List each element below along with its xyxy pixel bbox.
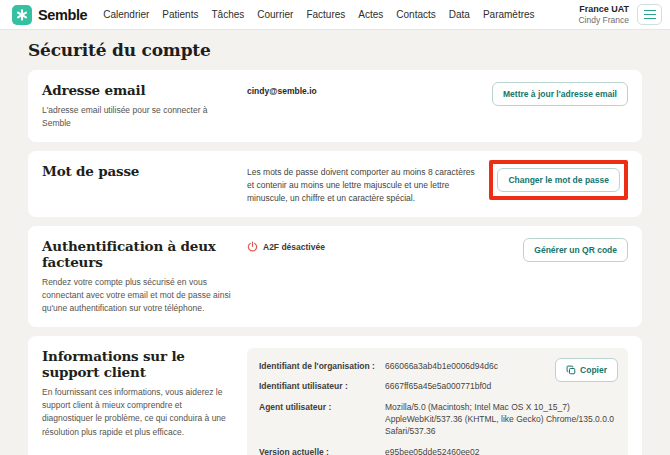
menu-button[interactable] — [637, 4, 662, 25]
email-card-title: Adresse email — [42, 82, 231, 98]
password-card-title: Mot de passe — [42, 163, 231, 179]
update-email-button[interactable]: Mettre à jour l'adresse email — [492, 82, 628, 106]
field-user-agent: Agent utilisateur : Mozilla/5.0 (Macinto… — [259, 401, 616, 438]
semble-logo-icon — [12, 5, 32, 25]
copy-button-label: Copier — [580, 365, 607, 375]
nav-item-data[interactable]: Data — [449, 9, 470, 20]
main-nav: Calendrier Patients Tâches Courrier Fact… — [103, 9, 534, 20]
field-label: Identifiant utilisateur : — [259, 380, 377, 392]
semble-logo[interactable]: Semble — [12, 5, 87, 25]
nav-item-patients[interactable]: Patients — [162, 9, 198, 20]
account-security-page: Sécurité du compte Adresse email L'adres… — [0, 30, 670, 455]
two-factor-card: Authentification à deux facteurs Rendez … — [28, 226, 642, 328]
copy-icon — [566, 365, 576, 375]
support-info-panel: Identifiant de l'organisation : 666066a3… — [247, 348, 628, 455]
brand-name: Semble — [38, 7, 87, 23]
nav-item-actes[interactable]: Actes — [358, 9, 383, 20]
field-user-id: Identifiant utilisateur : 6667ff65a45e5a… — [259, 380, 616, 392]
support-card-title: Informations sur le support client — [42, 348, 231, 380]
top-navigation-bar: Semble Calendrier Patients Tâches Courri… — [0, 0, 670, 30]
field-current-version: Version actuelle : e95bee05dde52460ee02 — [259, 446, 616, 455]
organisation-name: France UAT — [578, 4, 629, 15]
nav-item-courrier[interactable]: Courrier — [257, 9, 293, 20]
field-value: 6667ff65a45e5a000771bf0d — [385, 380, 616, 392]
field-label: Version actuelle : — [259, 446, 377, 455]
annotation-highlight-red-box: Changer le mot de passe — [489, 160, 628, 200]
field-label: Agent utilisateur : — [259, 401, 377, 438]
account-info: France UAT Cindy France — [578, 4, 629, 26]
nav-item-factures[interactable]: Factures — [306, 9, 345, 20]
password-card: Mot de passe Les mots de passe doivent c… — [28, 151, 642, 216]
copy-button[interactable]: Copier — [555, 358, 618, 382]
email-address-card: Adresse email L'adresse email utilisée p… — [28, 70, 642, 142]
nav-item-taches[interactable]: Tâches — [211, 9, 244, 20]
user-name: Cindy France — [578, 15, 629, 26]
two-factor-card-description: Rendez votre compte plus sécurisé en vou… — [42, 276, 231, 316]
power-off-icon — [247, 241, 258, 252]
field-label: Identifiant de l'organisation : — [259, 360, 377, 372]
hamburger-icon — [644, 10, 656, 12]
password-rules-text: Les mots de passe doivent comporter au m… — [247, 163, 477, 204]
email-card-description: L'adresse email utilisée pour se connect… — [42, 104, 231, 130]
nav-item-calendrier[interactable]: Calendrier — [103, 9, 149, 20]
generate-qr-button[interactable]: Générer un QR code — [523, 238, 628, 262]
two-factor-card-title: Authentification à deux facteurs — [42, 238, 231, 270]
two-factor-status: A2F désactivée — [247, 241, 511, 254]
nav-item-parametres[interactable]: Paramètres — [483, 9, 535, 20]
current-email-value: cindy@semble.io — [247, 86, 317, 96]
support-info-card: Informations sur le support client En fo… — [28, 336, 642, 455]
page-title: Sécurité du compte — [28, 40, 642, 60]
two-factor-status-text: A2F désactivée — [263, 241, 325, 254]
nav-item-contacts[interactable]: Contacts — [396, 9, 435, 20]
field-value: Mozilla/5.0 (Macintosh; Intel Mac OS X 1… — [385, 401, 616, 438]
field-value: e95bee05dde52460ee02 — [385, 446, 616, 455]
change-password-button[interactable]: Changer le mot de passe — [497, 168, 620, 192]
support-card-description: En fournissant ces informations, vous ai… — [42, 386, 231, 439]
